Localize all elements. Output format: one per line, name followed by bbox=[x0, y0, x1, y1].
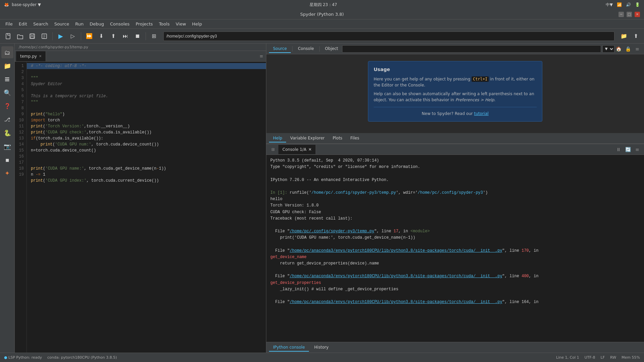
status-rw: RW bbox=[610, 355, 616, 360]
console-tab-history[interactable]: History bbox=[310, 344, 333, 352]
console-options-btn[interactable]: ≡ bbox=[633, 145, 641, 154]
console-header: ⊞ Console 1/A ✕ ⏸ 🔄 ≡ bbox=[266, 144, 644, 155]
console-restart-btn[interactable]: 🔄 bbox=[624, 145, 632, 154]
maximize-button[interactable]: □ bbox=[627, 12, 632, 17]
code-editor[interactable]: # -*- coding: utf-8 -*- """ Spyder Edito… bbox=[27, 62, 266, 353]
sidebar-icon-outline[interactable]: ≡ bbox=[1, 73, 13, 85]
main-layout: 🗂 📁 ≡ 🔍 ❓ ⎇ 🐍 📷 ▪ ✦ /home/pc/.config/spy… bbox=[0, 44, 644, 353]
usage-text-1: Here you can get help of any object by p… bbox=[374, 76, 537, 88]
network-icon[interactable]: 📶 bbox=[617, 2, 622, 7]
system-bar-right: 中▼ 📶 🔊 🔋 bbox=[606, 2, 640, 8]
sidebar-icon-files[interactable]: 📁 bbox=[1, 60, 13, 72]
console-tab-ipython[interactable]: IPython console bbox=[269, 344, 309, 352]
app-name[interactable]: base-spyder ▼ bbox=[12, 2, 41, 7]
menu-item-projects[interactable]: Projects bbox=[133, 20, 155, 27]
status-lsp: ● LSP Python: ready bbox=[4, 355, 42, 360]
input-method[interactable]: 中▼ bbox=[606, 2, 613, 8]
bottom-tab-variable-explorer[interactable]: Variable Explorer bbox=[286, 134, 328, 142]
editor-tab-controls: temp.py ✕ bbox=[15, 51, 47, 61]
path-input[interactable] bbox=[163, 32, 614, 41]
run-button[interactable]: ▶ bbox=[55, 31, 66, 42]
console-interrupt-btn[interactable]: ⏸ bbox=[614, 145, 623, 154]
status-mem: Mem 55% bbox=[622, 355, 640, 360]
help-panel-controls: 🏠 🔒 ≡ bbox=[614, 45, 641, 53]
minimize-button[interactable]: ─ bbox=[619, 12, 624, 17]
close-button[interactable]: ✕ bbox=[635, 12, 640, 17]
new-file-button[interactable] bbox=[3, 31, 13, 42]
line-numbers: 12345 678910 1112131415 16171819 bbox=[15, 62, 27, 353]
status-encoding: UTF-8 bbox=[584, 355, 595, 360]
tab-sep-2 bbox=[319, 46, 320, 52]
menu-item-edit[interactable]: Edit bbox=[16, 20, 30, 27]
tab-source[interactable]: Source bbox=[269, 45, 291, 53]
usage-box: Usage Here you can get help of any objec… bbox=[368, 61, 542, 122]
sidebar-icon-python[interactable]: 🐍 bbox=[1, 127, 13, 139]
console-layout-icon[interactable]: ⊞ bbox=[269, 145, 277, 154]
battery-icon[interactable]: 🔋 bbox=[635, 2, 640, 7]
sound-icon[interactable]: 🔊 bbox=[626, 2, 631, 7]
datetime: 星期四 23：47 bbox=[310, 2, 337, 8]
debug-step-out-button[interactable]: ⬆ bbox=[108, 31, 119, 42]
toolbar: ▶ ▷ ⏩ ⬇ ⬆ ⏭ ⏹ ⊞ 📁 ⬆ bbox=[0, 29, 644, 44]
menu-item-consoles[interactable]: Consoles bbox=[107, 20, 132, 27]
status-bar-right: Line 1, Col 1 UTF-8 LF RW Mem 55% bbox=[556, 355, 640, 360]
bottom-tab-help[interactable]: Help bbox=[269, 134, 286, 142]
sidebar-icon-camera[interactable]: 📷 bbox=[1, 140, 13, 152]
editor-file-path: /home/pc/.config/spyder-py3/temp.py bbox=[15, 44, 266, 51]
menu-item-source[interactable]: Source bbox=[52, 20, 72, 27]
menu-item-search[interactable]: Search bbox=[31, 20, 51, 27]
console-tab-1[interactable]: Console 1/A ✕ bbox=[278, 145, 316, 154]
debug-step-button[interactable]: ⬇ bbox=[96, 31, 107, 42]
menu-item-view[interactable]: View bbox=[173, 20, 189, 27]
menu-item-run[interactable]: Run bbox=[72, 20, 86, 27]
tab-object[interactable]: Object bbox=[321, 45, 342, 53]
save-file-button[interactable] bbox=[27, 31, 38, 42]
sidebar-icon-project[interactable]: 🗂 bbox=[1, 46, 13, 58]
help-lock-button[interactable]: 🔒 bbox=[624, 45, 632, 53]
sidebar-icon-terminal[interactable]: ▪ bbox=[1, 154, 13, 166]
sidebar-icon-help[interactable]: ❓ bbox=[1, 100, 13, 112]
right-panel: Source Console Object ▼ 🏠 🔒 ≡ bbox=[266, 44, 644, 353]
stop-button[interactable]: ⏹ bbox=[132, 31, 143, 42]
save-as-button[interactable] bbox=[39, 31, 50, 42]
svg-rect-0 bbox=[6, 34, 10, 39]
tab-close-icon[interactable]: ✕ bbox=[39, 54, 42, 58]
bottom-tab-plots[interactable]: Plots bbox=[329, 134, 346, 142]
help-home-button[interactable]: 🏠 bbox=[614, 45, 623, 53]
editor-tab-temp-py[interactable]: temp.py ✕ bbox=[16, 51, 46, 61]
cd-button[interactable]: ⬆ bbox=[631, 31, 641, 42]
sidebar-icon-search[interactable]: 🔍 bbox=[1, 86, 13, 99]
menu-item-file[interactable]: File bbox=[3, 20, 15, 27]
sidebar-icon-git[interactable]: ⎇ bbox=[1, 113, 13, 125]
debug-continue-button[interactable]: ⏩ bbox=[84, 31, 95, 42]
editor-area: /home/pc/.config/spyder-py3/temp.py temp… bbox=[15, 44, 266, 353]
editor-tabs: temp.py ✕ ≡ bbox=[15, 51, 266, 62]
help-panel: Source Console Object ▼ 🏠 🔒 ≡ bbox=[266, 44, 644, 144]
console-content[interactable]: Python 3.8.5 (default, Sep 4 2020, 07:30… bbox=[266, 155, 644, 342]
run-cell-button[interactable]: ▷ bbox=[67, 31, 78, 42]
object-options[interactable]: ▼ bbox=[602, 45, 614, 53]
firefox-icon[interactable]: 🦊 bbox=[4, 2, 9, 7]
editor-tab-menu[interactable]: ≡ bbox=[257, 54, 266, 59]
browse-button[interactable]: 📁 bbox=[619, 31, 629, 42]
status-conda: conda: pytorch180CPU (Python 3.8.5) bbox=[47, 355, 117, 360]
console-tab-close[interactable]: ✕ bbox=[308, 147, 312, 152]
toolbar-sep-1 bbox=[52, 32, 53, 40]
tab-console[interactable]: Console bbox=[294, 45, 318, 53]
debug-next-button[interactable]: ⏭ bbox=[120, 31, 131, 42]
open-file-button[interactable] bbox=[15, 31, 25, 42]
menu-item-debug[interactable]: Debug bbox=[87, 20, 107, 27]
menu-item-tools[interactable]: Tools bbox=[156, 20, 172, 27]
object-input[interactable] bbox=[342, 45, 601, 53]
sidebar-icon-spyder[interactable]: ✦ bbox=[1, 167, 13, 179]
menu-item-help[interactable]: Help bbox=[190, 20, 205, 27]
menu-bar: FileEditSearchSourceRunDebugConsolesProj… bbox=[0, 19, 644, 29]
toolbar-sep-2 bbox=[81, 32, 81, 40]
console-area: ⊞ Console 1/A ✕ ⏸ 🔄 ≡ Python 3.8.5 (defa… bbox=[266, 144, 644, 353]
bottom-tab-files[interactable]: Files bbox=[346, 134, 363, 142]
layout-button[interactable]: ⊞ bbox=[149, 31, 159, 42]
status-eol: LF bbox=[601, 355, 605, 360]
tutorial-anchor[interactable]: tutorial bbox=[474, 111, 488, 116]
system-bar-left: 🦊 base-spyder ▼ bbox=[4, 2, 41, 7]
help-options-button[interactable]: ≡ bbox=[633, 45, 641, 53]
